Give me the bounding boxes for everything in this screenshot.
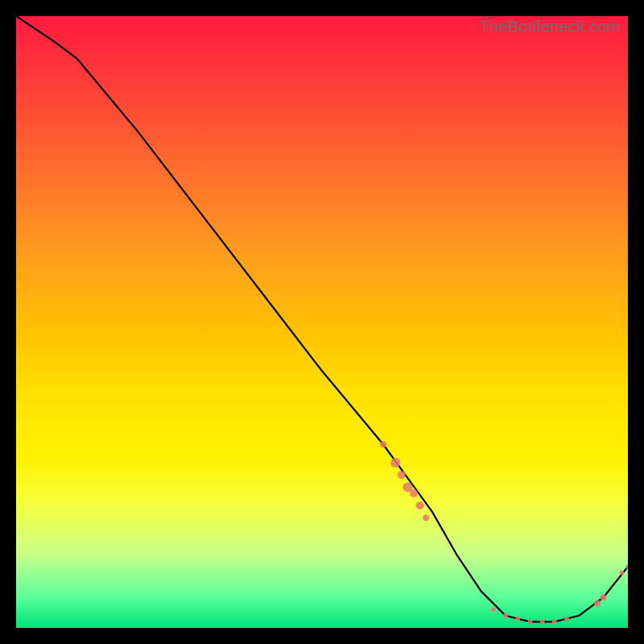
marker-point [423,514,429,521]
marker-point [416,502,424,510]
marker-point [594,601,601,607]
marker-point [601,594,607,601]
marker-point [540,619,545,624]
chart-frame: TheBottleneck.com [0,0,644,644]
marker-point [398,471,406,479]
marker-point [503,613,508,618]
marker-point [390,458,400,468]
chart-overlay [16,16,628,628]
plot-area: TheBottleneck.com [16,16,628,628]
marker-point [564,617,569,621]
marker-point [515,617,520,621]
bottleneck-curve-line [16,16,628,621]
sample-points-markers [380,441,628,624]
marker-point [619,571,624,576]
marker-point [410,489,418,497]
marker-point [491,607,496,612]
marker-point [552,619,557,624]
marker-point [527,619,532,624]
marker-point [380,441,386,448]
